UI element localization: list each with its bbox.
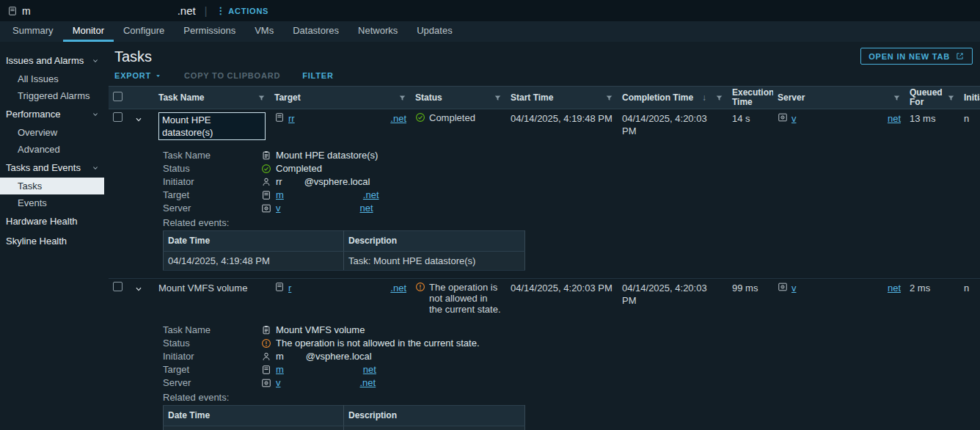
column-header-initiator[interactable]: Initiator <box>959 87 980 109</box>
table-row[interactable]: Mount HPE datastore(s) rr.net Completed … <box>109 109 980 144</box>
column-header-execution-time[interactable]: Execution Time <box>728 87 773 109</box>
server-icon <box>778 282 788 292</box>
detail-label-server: Server <box>163 202 261 214</box>
target-link[interactable]: r <box>288 282 291 294</box>
main-panel: Tasks OPEN IN NEW TAB EXPORT COPY TO CLI… <box>109 42 980 430</box>
success-icon <box>261 164 271 174</box>
detail-initiator-domain: @vsphere.local <box>306 350 372 362</box>
filter-icon[interactable] <box>715 94 723 102</box>
server-link[interactable]: v <box>791 282 797 294</box>
detail-server-domain-link[interactable]: net <box>360 202 373 214</box>
filter-icon[interactable] <box>494 94 502 102</box>
sidebar-item-advanced[interactable]: Advanced <box>0 141 109 158</box>
tab-updates[interactable]: Updates <box>407 21 461 42</box>
column-header-target[interactable]: Target <box>270 87 411 109</box>
target-domain-link[interactable]: .net <box>390 112 406 125</box>
server-domain-link[interactable]: net <box>888 112 901 125</box>
task-name-cell[interactable]: Mount HPE datastore(s) <box>158 112 266 140</box>
sidebar-item-all-issues[interactable]: All Issues <box>0 70 109 87</box>
column-header-task-name[interactable]: Task Name <box>154 87 270 109</box>
filter-icon[interactable] <box>257 94 266 102</box>
person-icon <box>261 351 271 362</box>
target-domain-link[interactable]: .net <box>390 282 406 294</box>
table-row[interactable]: Mount VMFS volume r.net The operation is… <box>109 279 980 318</box>
copy-to-clipboard-button[interactable]: COPY TO CLIPBOARD <box>184 71 280 80</box>
sidebar-item-skyline-health[interactable]: Skyline Health <box>0 231 109 251</box>
event-date-time: 04/14/2025, 4:20:03 PM <box>164 426 344 430</box>
detail-server-link[interactable]: v <box>276 376 281 389</box>
event-row[interactable]: 04/14/2025, 4:20:03 PMTask: Mount VMFS v… <box>164 426 525 430</box>
sidebar-section-issues-and-alarms[interactable]: Issues and Alarms <box>0 51 109 70</box>
row-checkbox[interactable] <box>113 112 122 122</box>
tab-configure[interactable]: Configure <box>114 21 174 42</box>
detail-target-link[interactable]: m <box>276 363 284 376</box>
detail-server-link[interactable]: v <box>276 202 281 214</box>
sidebar-section-tasks-and-events[interactable]: Tasks and Events <box>0 158 109 178</box>
events-column-date-time: Date Time <box>164 231 344 252</box>
sidebar-section-performance[interactable]: Performance <box>0 104 109 124</box>
event-row[interactable]: 04/14/2025, 4:19:48 PMTask: Mount HPE da… <box>164 252 525 271</box>
related-events-label: Related events: <box>163 217 976 228</box>
column-header-completion-time[interactable]: Completion Time↓ <box>618 87 728 109</box>
table-header-row: Task Name Target Status Start Time Compl… <box>109 87 980 109</box>
row-checkbox[interactable] <box>113 282 122 291</box>
cell-completion-time: 04/14/2025, 4:20:03 PM <box>618 279 728 318</box>
export-button[interactable]: EXPORT <box>114 71 162 80</box>
filter-icon[interactable] <box>398 94 406 102</box>
detail-target-link[interactable]: m <box>276 189 284 201</box>
column-header-queued-for[interactable]: Queued For <box>905 87 959 109</box>
detail-server-domain-link[interactable]: .net <box>360 376 376 389</box>
host-icon <box>7 6 18 16</box>
open-in-new-tab-button[interactable]: OPEN IN NEW TAB <box>860 48 973 65</box>
filter-icon[interactable] <box>605 94 613 102</box>
target-link[interactable]: rr <box>288 112 295 125</box>
divider: | <box>205 5 208 17</box>
warning-icon <box>261 338 271 349</box>
sidebar-item-tasks[interactable]: Tasks <box>0 178 104 194</box>
vertical-ellipsis-icon: ⋮ <box>216 6 226 15</box>
collapse-row-icon[interactable] <box>134 114 144 125</box>
detail-label-status: Status <box>163 162 261 175</box>
select-all-checkbox[interactable] <box>113 92 122 101</box>
detail-label-status: Status <box>163 337 261 349</box>
filter-icon[interactable] <box>947 94 955 102</box>
tab-networks[interactable]: Networks <box>348 21 407 42</box>
sidebar-item-hardware-health[interactable]: Hardware Health <box>0 211 109 231</box>
cell-initiator: n <box>959 279 980 318</box>
filter-button[interactable]: FILTER <box>302 71 333 80</box>
sidebar-item-triggered-alarms[interactable]: Triggered Alarms <box>0 87 109 104</box>
server-icon <box>261 378 271 388</box>
column-header-status[interactable]: Status <box>411 87 506 109</box>
detail-label-task-name: Task Name <box>163 149 261 161</box>
events-column-description: Description <box>344 231 525 252</box>
cell-start-time: 04/14/2025, 4:20:03 PM <box>506 279 618 318</box>
server-domain-link[interactable]: net <box>888 282 901 294</box>
cell-execution-time: 99 ms <box>728 279 773 318</box>
collapse-row-icon[interactable] <box>134 284 144 294</box>
server-link[interactable]: v <box>791 112 797 125</box>
tab-summary[interactable]: Summary <box>3 21 63 42</box>
sidebar-item-overview[interactable]: Overview <box>0 124 109 141</box>
server-icon <box>778 112 788 123</box>
event-date-time: 04/14/2025, 4:19:48 PM <box>164 252 344 271</box>
warning-icon <box>415 282 425 292</box>
tab-monitor[interactable]: Monitor <box>63 21 114 42</box>
task-name-cell[interactable]: Mount VMFS volume <box>154 279 270 318</box>
detail-target-domain-link[interactable]: net <box>363 363 376 376</box>
tab-datastores[interactable]: Datastores <box>283 21 348 42</box>
host-icon <box>274 112 285 123</box>
detail-label-target: Target <box>163 189 261 201</box>
column-header-start-time[interactable]: Start Time <box>506 87 618 109</box>
column-header-server[interactable]: Server <box>773 87 905 109</box>
tab-permissions[interactable]: Permissions <box>174 21 245 42</box>
tab-vms[interactable]: VMs <box>245 21 283 42</box>
sidebar-item-events[interactable]: Events <box>0 194 109 211</box>
filter-icon[interactable] <box>893 94 901 102</box>
caret-down-icon <box>154 72 162 80</box>
actions-menu[interactable]: ⋮ ACTIONS <box>216 6 268 15</box>
object-title: .net <box>178 4 196 17</box>
status-text: Completed <box>429 112 475 123</box>
table-toolbar: EXPORT COPY TO CLIPBOARD FILTER <box>109 65 980 86</box>
host-icon <box>261 190 271 200</box>
detail-target-domain-link[interactable]: .net <box>363 189 379 201</box>
